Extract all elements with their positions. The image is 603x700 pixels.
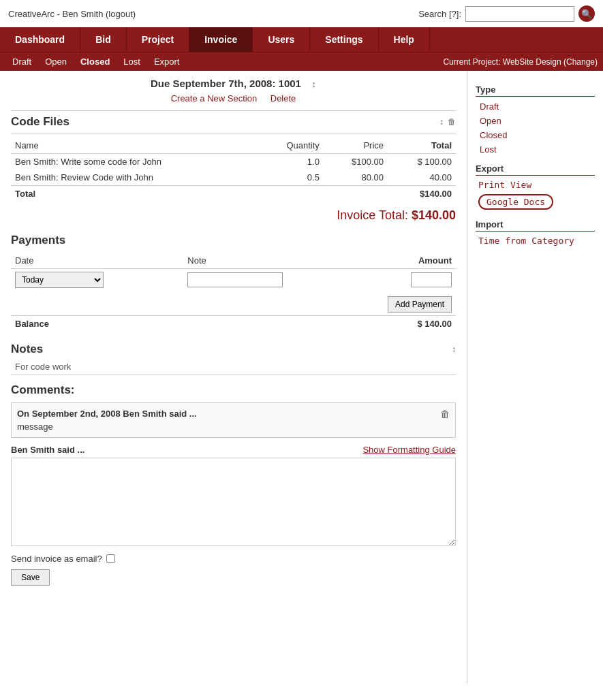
total-row: Total $140.00: [11, 186, 456, 202]
payments-input-row: Today: [11, 269, 456, 291]
invoice-table: Name Quantity Price Total Ben Smith: Wri…: [11, 138, 456, 202]
add-payment-row: Add Payment: [11, 291, 456, 316]
row2-total: 40.00: [388, 170, 456, 186]
new-comment-label: Ben Smith said ...: [11, 445, 84, 455]
nav-tab-settings[interactable]: Settings: [310, 27, 378, 52]
date-select[interactable]: Today: [15, 272, 104, 288]
notes-section: Notes ↕ For code work: [11, 343, 456, 375]
add-payment-button[interactable]: Add Payment: [388, 296, 452, 313]
row1-total: $ 100.00: [388, 154, 456, 170]
payments-section: Payments Date Note Amount Today: [11, 234, 456, 332]
search-area: Search [?]: 🔍: [418, 5, 595, 22]
main-nav: Dashboard Bid Project Invoice Users Sett…: [0, 27, 603, 52]
payments-col-date: Date: [11, 253, 183, 269]
sub-nav-lost[interactable]: Lost: [117, 55, 147, 68]
payments-title: Payments: [11, 234, 456, 247]
comment-header: On September 2nd, 2008 Ben Smith said ..…: [17, 409, 450, 419]
current-project-value: WebSite Design (Change): [503, 57, 598, 67]
invoice-total-value: $140.00: [412, 208, 456, 222]
email-label: Send invoice as email?: [11, 554, 102, 564]
page-layout: Due September 7th, 2008: 1001 ↕ Create a…: [0, 71, 603, 684]
sub-nav-export[interactable]: Export: [147, 55, 187, 68]
invoice-header: Due September 7th, 2008: 1001 ↕: [11, 78, 456, 89]
invoice-total: Invoice Total: $140.00: [11, 208, 456, 223]
invoice-total-label: Invoice Total:: [337, 208, 408, 222]
note-input[interactable]: [187, 272, 283, 287]
col-name: Name: [11, 138, 258, 154]
note-cell: [183, 269, 368, 291]
email-row: Send invoice as email?: [11, 554, 456, 564]
total-value: $140.00: [388, 186, 456, 202]
row1-quantity: 1.0: [258, 154, 323, 170]
sub-nav-closed[interactable]: Closed: [74, 55, 117, 68]
current-project-label: Current Project:: [443, 57, 500, 67]
delete-link[interactable]: Delete: [270, 93, 296, 104]
nav-tab-help[interactable]: Help: [379, 27, 430, 52]
sidebar-print-view[interactable]: Print View: [476, 178, 595, 191]
email-checkbox[interactable]: [106, 554, 115, 563]
create-section-link[interactable]: Create a New Section: [171, 93, 257, 104]
invoice-actions: Create a New Section Delete: [11, 93, 456, 104]
sidebar-export-label: Export: [476, 163, 595, 176]
sidebar-type-open[interactable]: Open: [476, 114, 595, 128]
notes-text: For code work: [11, 359, 456, 375]
payments-col-note: Note: [183, 253, 368, 269]
comments-section: Comments: On September 2nd, 2008 Ben Smi…: [11, 383, 456, 586]
sidebar-type-lost[interactable]: Lost: [476, 142, 595, 157]
notes-title-row: Notes ↕: [11, 343, 456, 356]
nav-tab-project[interactable]: Project: [127, 27, 189, 52]
sidebar-import-label: Import: [476, 219, 595, 232]
reorder-icon: ↕: [312, 79, 317, 89]
notes-reorder-icon[interactable]: ↕: [452, 345, 456, 354]
sidebar-type-draft[interactable]: Draft: [476, 99, 595, 114]
search-input[interactable]: [465, 6, 574, 22]
section-divider: [11, 133, 456, 133]
comment-textarea[interactable]: [11, 458, 456, 546]
comment-body: message: [17, 421, 450, 432]
search-button[interactable]: 🔍: [578, 5, 595, 22]
sidebar: Type Draft Open Closed Lost Export Print…: [467, 71, 603, 684]
balance-value: $ 140.00: [369, 316, 456, 332]
current-project: Current Project: WebSite Design (Change): [443, 57, 598, 67]
show-formatting-link[interactable]: Show Formatting Guide: [362, 445, 456, 455]
col-total: Total: [388, 138, 456, 154]
comments-title: Comments:: [11, 383, 456, 397]
sidebar-type-label: Type: [476, 84, 595, 97]
app-title: CreativeArc - Ben Smith (logout): [8, 9, 136, 19]
amount-input[interactable]: [411, 272, 452, 287]
row2-price: 80.00: [324, 170, 388, 186]
nav-tab-users[interactable]: Users: [253, 27, 310, 52]
sub-nav-draft[interactable]: Draft: [5, 55, 38, 68]
section-controls: ↕ 🗑: [439, 117, 456, 127]
existing-comment: On September 2nd, 2008 Ben Smith said ..…: [11, 402, 456, 438]
header-divider: [11, 110, 456, 111]
section-reorder-icon[interactable]: ↕: [439, 117, 444, 127]
payments-col-amount: Amount: [369, 253, 456, 269]
payments-table: Date Note Amount Today: [11, 253, 456, 332]
section-delete-icon[interactable]: 🗑: [448, 117, 456, 127]
notes-title: Notes: [11, 343, 43, 356]
comment-delete-icon[interactable]: 🗑: [440, 409, 450, 419]
save-button[interactable]: Save: [11, 569, 50, 586]
row1-name: Ben Smith: Write some code for John: [11, 154, 258, 170]
main-content: Due September 7th, 2008: 1001 ↕ Create a…: [0, 71, 467, 684]
section-header-row: Code Files ↕ 🗑: [11, 115, 456, 129]
new-comment-header: Ben Smith said ... Show Formatting Guide: [11, 445, 456, 455]
sidebar-time-from-category[interactable]: Time from Category: [476, 234, 595, 247]
sub-nav-open[interactable]: Open: [38, 55, 74, 68]
table-row: Ben Smith: Review Code with John 0.5 80.…: [11, 170, 456, 186]
sub-nav: Draft Open Closed Lost Export Current Pr…: [0, 52, 603, 71]
sidebar-google-docs[interactable]: Google Docs: [478, 194, 553, 210]
nav-tab-dashboard[interactable]: Dashboard: [0, 27, 80, 52]
table-row: Ben Smith: Write some code for John 1.0 …: [11, 154, 456, 170]
amount-cell: [369, 269, 456, 291]
sidebar-type-closed[interactable]: Closed: [476, 128, 595, 142]
col-price: Price: [324, 138, 388, 154]
row1-price: $100.00: [324, 154, 388, 170]
row2-name: Ben Smith: Review Code with John: [11, 170, 258, 186]
balance-label: Balance: [11, 316, 183, 332]
row2-quantity: 0.5: [258, 170, 323, 186]
invoice-due-date: Due September 7th, 2008: 1001: [151, 78, 301, 89]
nav-tab-bid[interactable]: Bid: [80, 27, 127, 52]
nav-tab-invoice[interactable]: Invoice: [189, 27, 253, 52]
